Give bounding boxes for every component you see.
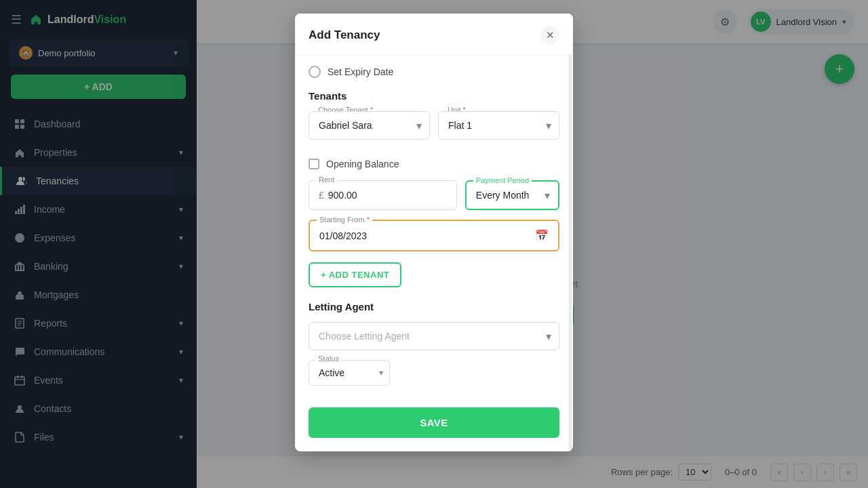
calendar-icon[interactable]: 📅 [535, 229, 549, 242]
starting-from-input[interactable] [319, 230, 535, 241]
unit-field: Unit Flat 1 [438, 111, 559, 140]
expiry-radio[interactable] [309, 66, 321, 78]
rent-label: Rent [316, 176, 337, 184]
payment-period-label: Payment Period [473, 176, 532, 184]
rent-currency: £ [319, 190, 324, 201]
letting-agent-field: Choose Letting Agent [309, 322, 559, 350]
tenants-heading: Tenants [309, 90, 559, 102]
starting-from-field: Starting From 📅 [309, 220, 559, 251]
opening-balance-label: Opening Balance [326, 159, 399, 169]
letting-agent-select-wrapper: Choose Letting Agent [309, 322, 559, 350]
choose-tenant-field: Choose Tenant Gabriel Sara [309, 111, 430, 140]
opening-balance-row: Opening Balance [309, 159, 559, 169]
opening-balance-checkbox[interactable] [309, 159, 319, 169]
modal-scrollbar [569, 14, 572, 451]
rent-input[interactable] [328, 190, 447, 201]
status-label: Status [315, 354, 342, 363]
modal-title: Add Tenancy [309, 28, 380, 42]
tenants-section: Tenants Choose Tenant Gabriel Sara Unit [309, 90, 559, 287]
expiry-row: Set Expiry Date [309, 66, 559, 78]
letting-agent-select[interactable]: Choose Letting Agent [309, 322, 559, 350]
modal-close-button[interactable]: ✕ [540, 26, 559, 45]
tenant-unit-row: Choose Tenant Gabriel Sara Unit Flat 1 [309, 111, 559, 149]
status-field: Status Active Inactive Expired ▾ [309, 360, 390, 386]
modal-header: Add Tenancy ✕ [295, 14, 573, 55]
unit-select-wrapper: Flat 1 [438, 111, 559, 140]
choose-tenant-select[interactable]: Gabriel Sara [309, 111, 430, 140]
rent-field: Rent £ [309, 180, 457, 210]
letting-agent-section: Letting Agent Choose Letting Agent Statu… [309, 301, 559, 386]
letting-agent-heading: Letting Agent [309, 301, 559, 312]
choose-tenant-select-wrapper: Gabriel Sara [309, 111, 430, 140]
add-tenant-button[interactable]: + ADD TENANT [309, 262, 401, 287]
payment-period-select[interactable]: Every Week Every Two Weeks Every Month E… [467, 182, 558, 209]
expiry-label: Set Expiry Date [328, 66, 393, 77]
add-tenancy-modal: Add Tenancy ✕ Set Expiry Date Tenants Ch… [295, 14, 573, 451]
payment-period-field: Payment Period Every Week Every Two Week… [465, 180, 559, 210]
status-select[interactable]: Active Inactive Expired [309, 360, 390, 386]
save-button[interactable]: SAVE [309, 407, 559, 438]
save-section: SAVE [295, 407, 573, 451]
unit-select[interactable]: Flat 1 [438, 111, 559, 140]
starting-from-label: Starting From [317, 216, 372, 224]
modal-body: Set Expiry Date Tenants Choose Tenant Ga… [295, 55, 573, 407]
rent-payment-row: Rent £ Payment Period Every Week Every T… [309, 180, 559, 210]
